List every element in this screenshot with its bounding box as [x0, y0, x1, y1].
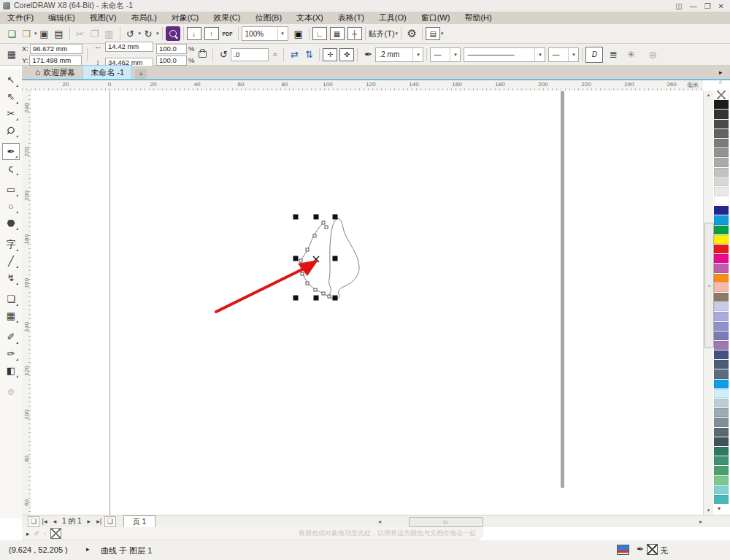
- curve-node[interactable]: [328, 295, 331, 298]
- palette-swatch[interactable]: [714, 495, 729, 504]
- b-spline-tool[interactable]: ς: [2, 160, 20, 177]
- snap-to-label[interactable]: 贴齐(T): [369, 28, 395, 39]
- launcher-button[interactable]: ▤: [426, 27, 440, 40]
- object-width-field[interactable]: [105, 42, 153, 52]
- menu-item[interactable]: 帮助(H): [457, 12, 499, 24]
- sparkle-icon[interactable]: ✳: [623, 47, 638, 62]
- fill-tool[interactable]: ◧: [2, 362, 20, 379]
- palette-swatch[interactable]: [714, 187, 729, 196]
- export-button[interactable]: ↑: [204, 27, 219, 40]
- palette-swatch[interactable]: [714, 389, 729, 398]
- palette-swatch[interactable]: [714, 196, 729, 205]
- tab-welcome-screen[interactable]: ⌂ 欢迎屏幕: [28, 66, 82, 79]
- lock-ratio-icon[interactable]: [199, 51, 207, 58]
- drop-shadow-tool[interactable]: ❏: [2, 291, 20, 307]
- menu-item[interactable]: 文件(F): [0, 12, 41, 24]
- curve-node[interactable]: [313, 234, 316, 237]
- horizontal-scroll-thumb[interactable]: |||: [409, 517, 483, 527]
- selection-handle[interactable]: [293, 296, 299, 301]
- transparency-tool[interactable]: ▦: [2, 307, 20, 324]
- pencil-icon[interactable]: ✐: [34, 530, 40, 537]
- launcher-dropdown-icon[interactable]: ▾: [441, 31, 444, 37]
- close-button[interactable]: ✕: [718, 2, 724, 10]
- drawing-canvas[interactable]: [31, 91, 703, 515]
- palette-swatch[interactable]: [714, 274, 729, 283]
- show-rulers-button[interactable]: ∟: [312, 27, 327, 40]
- outline-pen-tool[interactable]: ✑: [2, 345, 20, 362]
- palette-swatch[interactable]: [714, 360, 729, 369]
- menu-item[interactable]: 编辑(E): [41, 12, 82, 24]
- scroll-up-icon[interactable]: ▴: [704, 91, 713, 99]
- menu-item[interactable]: 效果(C): [206, 12, 247, 24]
- outline-width-dropdown-icon[interactable]: ▾: [412, 48, 423, 61]
- options-gear-icon[interactable]: ⚙: [404, 26, 419, 41]
- palette-swatch[interactable]: [714, 428, 729, 437]
- shape-tool[interactable]: ⇖: [2, 88, 20, 105]
- palette-swatch[interactable]: [714, 399, 729, 407]
- palette-swatch[interactable]: [714, 177, 729, 186]
- no-color-swatch[interactable]: [50, 528, 61, 539]
- redo-dropdown-icon[interactable]: ▾: [156, 31, 159, 37]
- text-tool[interactable]: 字: [2, 236, 20, 253]
- eyedropper-tool[interactable]: ✐: [2, 329, 20, 345]
- search-content-button[interactable]: [166, 26, 180, 41]
- arrow-end-combo[interactable]: — ▾: [548, 47, 579, 62]
- annotation-arrow[interactable]: [216, 268, 305, 312]
- zoom-level-combo[interactable]: 100% ▾: [242, 26, 288, 41]
- restore-button[interactable]: ❐: [704, 2, 711, 10]
- outline-status-icon[interactable]: ✒: [637, 544, 644, 554]
- palette-swatch[interactable]: [714, 235, 729, 244]
- palette-swatch[interactable]: [714, 456, 729, 465]
- scale-v-field[interactable]: [156, 55, 187, 66]
- polygon-tool[interactable]: [2, 215, 20, 231]
- palette-swatch[interactable]: [714, 226, 729, 234]
- rotation-angle-field[interactable]: [231, 48, 269, 61]
- scroll-left-icon[interactable]: ◂: [378, 518, 381, 525]
- interactive-fill-tool[interactable]: ⊕: [2, 383, 20, 400]
- menu-item[interactable]: 位图(B): [247, 12, 289, 24]
- palette-swatch[interactable]: [714, 408, 729, 417]
- selection-handle[interactable]: [293, 215, 299, 220]
- palette-scroll-up-icon[interactable]: ∧: [718, 79, 723, 85]
- palette-swatch[interactable]: [714, 341, 729, 350]
- palette-swatch[interactable]: [714, 369, 729, 378]
- menu-item[interactable]: 对象(C): [164, 12, 206, 24]
- collapse-icon[interactable]: ‹: [44, 530, 46, 537]
- outline-none-swatch[interactable]: [647, 544, 658, 555]
- palette-swatch[interactable]: [714, 215, 729, 224]
- cut-icon[interactable]: ✂: [73, 26, 88, 41]
- palette-swatch[interactable]: [714, 139, 729, 147]
- menu-item[interactable]: 表格(T): [331, 12, 372, 24]
- palette-swatch[interactable]: [714, 148, 729, 157]
- text-wrap-icon[interactable]: ≣: [606, 47, 620, 62]
- page-tab[interactable]: 页 1: [123, 515, 155, 527]
- palette-swatch[interactable]: [714, 168, 729, 177]
- arrow-start-dropdown-icon[interactable]: ▾: [450, 48, 460, 61]
- selection-handle[interactable]: [333, 296, 338, 301]
- menu-item[interactable]: 视图(V): [82, 12, 124, 24]
- curve-node[interactable]: [314, 288, 317, 291]
- palette-swatch[interactable]: [714, 447, 729, 456]
- palette-swatch[interactable]: [714, 206, 729, 215]
- new-tab-button[interactable]: +: [135, 69, 147, 79]
- save-icon[interactable]: ▣: [37, 26, 52, 41]
- palette-swatch[interactable]: [714, 331, 729, 340]
- prev-page-icon[interactable]: ◂: [50, 517, 60, 526]
- vertical-scrollbar[interactable]: ▴ ≡ ▾: [703, 91, 713, 515]
- palette-swatch[interactable]: [714, 486, 729, 494]
- show-guidelines-button[interactable]: ┼: [347, 27, 362, 40]
- edit-nodes-button[interactable]: ✜: [339, 48, 354, 61]
- palette-swatch[interactable]: [714, 293, 729, 302]
- palette-no-color-swatch[interactable]: [714, 91, 729, 99]
- scroll-down-icon[interactable]: ▾: [704, 506, 713, 515]
- drawing-layer[interactable]: [31, 91, 703, 515]
- palette-swatch[interactable]: [714, 322, 729, 331]
- menu-item[interactable]: 文本(X): [289, 12, 331, 24]
- next-page-icon[interactable]: ▸: [84, 517, 94, 526]
- mirror-vertical-icon[interactable]: ⇅: [301, 47, 316, 62]
- rectangle-tool[interactable]: ▭: [2, 181, 20, 198]
- zoom-tool[interactable]: Ϙ: [2, 122, 20, 139]
- arrow-end-dropdown-icon[interactable]: ▾: [568, 48, 578, 61]
- palette-swatch[interactable]: [714, 158, 729, 166]
- last-page-icon[interactable]: ▸|: [94, 517, 104, 526]
